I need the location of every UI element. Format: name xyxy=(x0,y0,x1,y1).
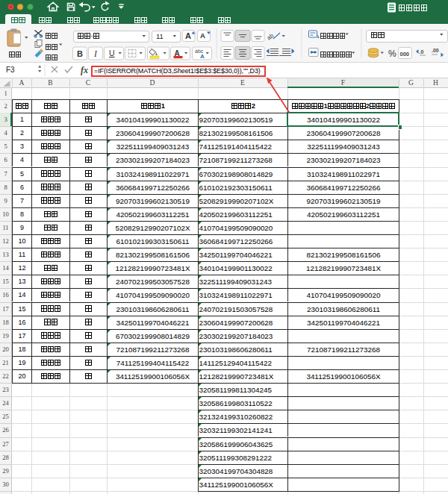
svg-text:B: B xyxy=(77,49,83,58)
svg-text:fx: fx xyxy=(81,65,88,75)
svg-text:%: % xyxy=(388,49,396,59)
svg-text:A: A xyxy=(200,53,205,60)
svg-text:U: U xyxy=(109,49,115,57)
svg-text:A: A xyxy=(185,31,191,40)
svg-text:000: 000 xyxy=(400,51,410,57)
svg-text:ab: ab xyxy=(266,32,276,42)
svg-text:.0: .0 xyxy=(420,49,424,54)
svg-text:A: A xyxy=(200,31,205,40)
svg-text:.00: .00 xyxy=(432,48,439,53)
svg-text:A: A xyxy=(175,49,180,57)
